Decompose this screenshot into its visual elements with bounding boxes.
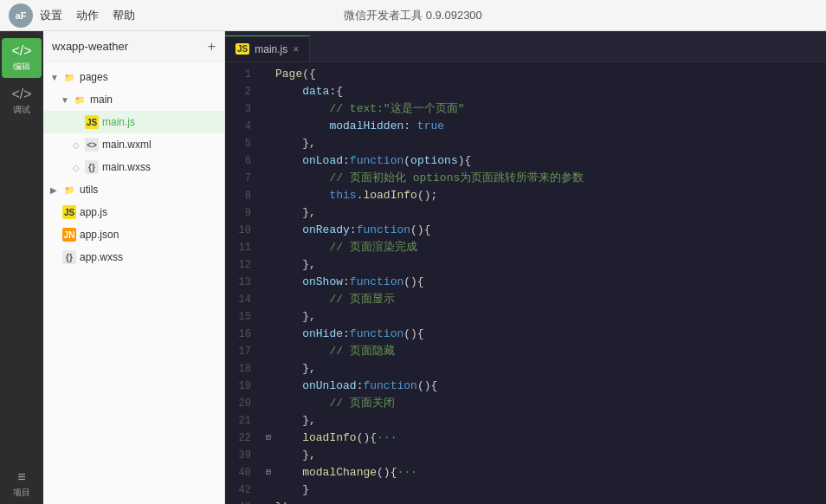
line-content-1: Page({ <box>275 66 826 83</box>
code-line-15: 15 }, <box>225 308 826 326</box>
code-line-4: 4 modalHidden: true <box>225 118 826 135</box>
line-content-2: data:{ <box>275 83 826 100</box>
line-num-13: 13 <box>225 274 261 291</box>
line-content-10: onReady:function(){ <box>275 222 826 239</box>
code-line-1: 1 Page({ <box>225 66 826 83</box>
fold-btn-12 <box>261 256 275 274</box>
fold-btn-16 <box>261 326 275 343</box>
line-num-6: 6 <box>225 152 261 170</box>
tree-item-app-wxss[interactable]: {} app.wxss <box>43 246 224 268</box>
line-content-6: onLoad:function(options){ <box>275 152 826 170</box>
code-line-6: 6 onLoad:function(options){ <box>225 152 826 170</box>
line-num-21: 21 <box>225 412 261 430</box>
line-content-14: // 页面显示 <box>275 291 826 308</box>
fold-btn-18 <box>261 360 275 378</box>
wxml-icon-main: <> <box>85 138 99 152</box>
project-label: 项目 <box>13 487 30 499</box>
add-file-button[interactable]: + <box>208 39 216 55</box>
line-content-20: // 页面关闭 <box>275 395 826 412</box>
code-line-9: 9 }, <box>225 204 826 222</box>
fold-btn-42 <box>261 481 275 499</box>
menu-bar: aF 设置 动作 帮助 微信开发者工具 0.9.092300 <box>0 0 826 31</box>
fold-btn-7 <box>261 170 275 187</box>
wxss-icon-app: {} <box>62 250 76 264</box>
fold-btn-3 <box>261 100 275 118</box>
code-line-12: 12 }, <box>225 256 826 274</box>
fold-btn-15 <box>261 308 275 326</box>
code-line-8: 8 this.loadInfo(); <box>225 187 826 204</box>
line-num-14: 14 <box>225 291 261 308</box>
fold-btn-19 <box>261 378 275 395</box>
arrow-main-wxss: ◇ <box>73 163 85 172</box>
sidebar-item-edit[interactable]: </> 编辑 <box>2 38 42 78</box>
line-num-3: 3 <box>225 100 261 118</box>
tree-item-main[interactable]: ▼ 📁 main <box>43 88 224 111</box>
line-content-43: }) <box>275 499 826 504</box>
item-name-main-wxml: main.wxml <box>102 139 152 151</box>
fold-btn-40[interactable]: ⊞ <box>261 464 275 481</box>
code-line-18: 18 }, <box>225 360 826 378</box>
menu-help[interactable]: 帮助 <box>113 8 135 23</box>
code-line-14: 14 // 页面显示 <box>225 291 826 308</box>
line-num-7: 7 <box>225 170 261 187</box>
fold-btn-2 <box>261 83 275 100</box>
line-content-13: onShow:function(){ <box>275 274 826 291</box>
tree-item-main-js[interactable]: JS main.js <box>43 111 224 133</box>
code-line-3: 3 // text:"这是一个页面" <box>225 100 826 118</box>
fold-btn-6 <box>261 152 275 170</box>
line-content-22: loadInfo(){··· <box>275 430 826 447</box>
code-line-42: 42 } <box>225 481 826 499</box>
line-num-39: 39 <box>225 447 261 464</box>
code-line-7: 7 // 页面初始化 options为页面跳转所带来的参数 <box>225 170 826 187</box>
debug-label: 调试 <box>13 104 30 116</box>
arrow-main: ▼ <box>61 95 73 105</box>
item-name-app-js: app.js <box>80 206 107 218</box>
tab-close-button[interactable]: × <box>293 43 299 55</box>
code-line-43: 43 }) <box>225 499 826 504</box>
line-num-12: 12 <box>225 256 261 274</box>
fold-btn-39 <box>261 447 275 464</box>
fold-btn-22[interactable]: ⊞ <box>261 430 275 447</box>
line-num-22: 22 <box>225 430 261 447</box>
line-num-20: 20 <box>225 395 261 412</box>
line-num-10: 10 <box>225 222 261 239</box>
code-line-39: 39 }, <box>225 447 826 464</box>
fold-btn-10 <box>261 222 275 239</box>
edit-label: 编辑 <box>13 61 30 73</box>
fold-btn-17 <box>261 343 275 360</box>
js-icon-main: JS <box>85 115 99 129</box>
tree-item-pages[interactable]: ▼ 📁 pages <box>43 66 224 88</box>
line-content-3: // text:"这是一个页面" <box>275 100 826 118</box>
code-line-5: 5 }, <box>225 135 826 152</box>
line-content-11: // 页面渲染完成 <box>275 239 826 256</box>
line-num-1: 1 <box>225 66 261 83</box>
item-name-pages: pages <box>80 71 108 83</box>
sidebar-item-debug[interactable]: </> 调试 <box>2 81 42 121</box>
sidebar-item-project[interactable]: ≡ 项目 <box>2 464 42 504</box>
line-num-43: 43 <box>225 499 261 504</box>
line-num-16: 16 <box>225 326 261 343</box>
app-title: 微信开发者工具 0.9.092300 <box>344 8 482 23</box>
folder-icon-main: 📁 <box>73 93 87 107</box>
menu-settings[interactable]: 设置 <box>40 8 62 23</box>
line-num-40: 40 <box>225 464 261 481</box>
code-editor[interactable]: 1 Page({ 2 data:{ 3 // text:"这是一个页面" 4 <box>225 62 826 504</box>
item-name-main-wxss: main.wxss <box>102 161 151 173</box>
arrow-utils: ▶ <box>50 185 62 195</box>
fold-btn-8 <box>261 187 275 204</box>
tree-item-app-json[interactable]: JN app.json <box>43 223 224 246</box>
line-content-17: // 页面隐藏 <box>275 343 826 360</box>
menu-actions[interactable]: 动作 <box>76 8 99 23</box>
tree-item-app-js[interactable]: JS app.js <box>43 201 224 223</box>
tab-name: main.js <box>255 43 287 55</box>
tree-item-utils[interactable]: ▶ 📁 utils <box>43 178 224 201</box>
code-line-19: 19 onUnload:function(){ <box>225 378 826 395</box>
tab-main-js[interactable]: JS main.js × <box>225 36 310 61</box>
tree-item-main-wxml[interactable]: ◇ <> main.wxml <box>43 133 224 156</box>
project-icon: ≡ <box>17 469 25 485</box>
js-icon-app: JS <box>62 205 76 219</box>
code-line-20: 20 // 页面关闭 <box>225 395 826 412</box>
line-content-21: }, <box>275 412 826 430</box>
line-num-8: 8 <box>225 187 261 204</box>
tree-item-main-wxss[interactable]: ◇ {} main.wxss <box>43 156 224 178</box>
